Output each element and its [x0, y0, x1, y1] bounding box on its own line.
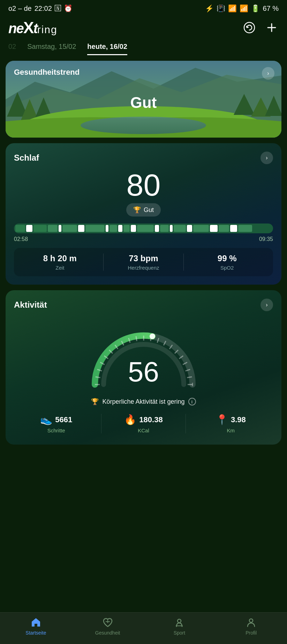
health-trend-title: Gesundheitstrend	[14, 68, 80, 77]
signal-icon: 📶	[240, 4, 248, 13]
sleep-time-label: Zeit	[20, 265, 100, 271]
cards-container: Gesundheitstrend Gut › Schlaf › 80 🏆 Gut	[0, 55, 287, 485]
profile-icon	[246, 617, 257, 628]
km-value: 3.98	[231, 415, 246, 424]
nav-startseite[interactable]: Startseite	[0, 617, 72, 636]
activity-card: Aktivität ›	[6, 290, 281, 445]
nfc-icon: 🄽	[55, 5, 61, 12]
health-icon	[102, 617, 113, 628]
add-button[interactable]	[265, 21, 279, 35]
nav-profil[interactable]: Profil	[215, 617, 287, 636]
home-icon	[30, 617, 41, 628]
sleep-stat-hr: 73 bpm Herzfrequenz	[103, 254, 184, 271]
battery-percent: 67 %	[263, 5, 279, 13]
battery-icon: 🔋	[251, 4, 260, 13]
refresh-button[interactable]	[242, 21, 256, 35]
sleep-stat-time: 8 h 20 m Zeit	[20, 254, 100, 271]
date-tab-yesterday[interactable]: Samstag, 15/02	[27, 43, 76, 55]
sleep-chevron[interactable]: ›	[260, 152, 273, 164]
nav-gesundheit-label: Gesundheit	[95, 630, 120, 636]
header-icons	[242, 21, 279, 35]
kcal-label: KCal	[138, 427, 149, 433]
activity-stat-kcal: 🔥 180.38 KCal	[101, 414, 186, 433]
svg-point-0	[244, 22, 255, 33]
sleep-hr-value: 73 bpm	[104, 254, 184, 263]
nav-gesundheit[interactable]: Gesundheit	[72, 617, 144, 636]
status-left: o2 – de 22:02 🄽 ⏰	[8, 4, 73, 13]
svg-point-31	[178, 619, 181, 623]
status-bar: o2 – de 22:02 🄽 ⏰ ⚡ 📳 📶 📶 🔋 67 %	[0, 0, 287, 15]
info-icon[interactable]: i	[188, 398, 196, 405]
sleep-time-value: 8 h 20 m	[20, 254, 100, 263]
vibrate-icon: 📳	[217, 4, 225, 13]
bluetooth-icon: ⚡	[205, 4, 214, 13]
steps-row: 👟 5661	[40, 414, 72, 425]
activity-title: Aktivität	[14, 300, 47, 310]
wifi-icon: 📶	[228, 4, 237, 13]
activity-card-header: Aktivität ›	[14, 299, 273, 311]
activity-stat-km: 📍 3.98 Km	[189, 414, 273, 433]
svg-point-33	[249, 619, 253, 622]
status-right: ⚡ 📳 📶 📶 🔋 67 %	[205, 4, 279, 13]
nav-profil-label: Profil	[246, 630, 257, 636]
steps-icon: 👟	[40, 414, 52, 425]
gauge-container: 56	[14, 318, 273, 395]
activity-trophy-icon: 🏆	[91, 398, 99, 405]
sleep-spo2-value: 99 %	[187, 254, 267, 263]
health-trend-chevron[interactable]: ›	[262, 67, 274, 80]
sleep-time-end: 09:35	[259, 236, 273, 242]
alarm-icon: ⏰	[64, 4, 73, 13]
km-label: Km	[227, 427, 235, 433]
activity-message-text: Körperliche Aktivität ist gering	[102, 398, 184, 405]
app-logo: neXtring	[8, 18, 58, 37]
sleep-timeline	[14, 224, 273, 233]
sleep-spo2-label: SpO2	[187, 265, 267, 271]
sleep-time-start: 02:58	[14, 236, 28, 242]
nav-sport-label: Sport	[174, 630, 185, 636]
kcal-icon: 🔥	[124, 414, 136, 425]
km-icon: 📍	[216, 414, 228, 425]
app-header: neXtring	[0, 15, 287, 43]
sleep-stat-spo2: 99 % SpO2	[187, 254, 267, 271]
activity-message: 🏆 Körperliche Aktivität ist gering i	[14, 398, 273, 405]
svg-point-7	[150, 334, 155, 339]
activity-chevron[interactable]: ›	[260, 299, 273, 311]
trophy-icon: 🏆	[133, 206, 141, 214]
sleep-times: 02:58 09:35	[14, 236, 273, 242]
nav-sport[interactable]: Sport	[144, 617, 216, 636]
sleep-badge-label: Gut	[144, 206, 154, 214]
steps-value: 5661	[55, 415, 72, 424]
sleep-score-badge: 🏆 Gut	[126, 203, 161, 217]
steps-label: Schritte	[47, 427, 65, 433]
sleep-hr-label: Herzfrequenz	[104, 265, 184, 271]
kcal-value: 180.38	[139, 415, 163, 424]
date-tab-older[interactable]: 02	[8, 43, 16, 55]
kcal-row: 🔥 180.38	[124, 414, 163, 425]
sport-icon	[174, 617, 185, 628]
health-trend-card[interactable]: Gesundheitstrend Gut ›	[6, 61, 281, 138]
sleep-title: Schlaf	[14, 153, 39, 163]
activity-score: 56	[128, 356, 159, 388]
sleep-score: 80	[14, 170, 273, 200]
sleep-stats: 8 h 20 m Zeit 73 bpm Herzfrequenz 99 % S…	[14, 248, 273, 276]
bottom-nav: Startseite Gesundheit Sport Profil	[0, 612, 287, 644]
date-tabs: 02 Samstag, 15/02 heute, 16/02	[0, 43, 287, 55]
nav-startseite-label: Startseite	[25, 630, 46, 636]
activity-stats: 👟 5661 Schritte 🔥 180.38 KCal 📍 3.98 Km	[14, 414, 273, 436]
sleep-card-header: Schlaf ›	[14, 152, 273, 164]
activity-stat-steps: 👟 5661 Schritte	[14, 414, 98, 433]
sleep-card: Schlaf › 80 🏆 Gut	[6, 143, 281, 285]
date-tab-today[interactable]: heute, 16/02	[87, 43, 127, 55]
svg-point-5	[81, 117, 206, 134]
km-row: 📍 3.98	[216, 414, 246, 425]
carrier-time: o2 – de	[8, 5, 32, 13]
health-trend-value: Gut	[130, 94, 157, 111]
status-time: 22:02	[35, 5, 52, 13]
